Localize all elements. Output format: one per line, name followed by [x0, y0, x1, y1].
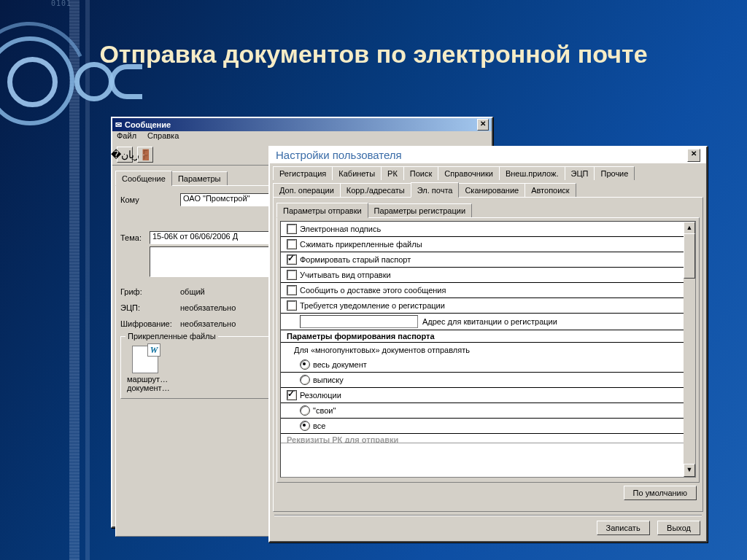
- checkbox-icon[interactable]: [287, 270, 297, 280]
- passport-section-sub: Для «многопунктовых» документов отправля…: [281, 343, 684, 357]
- settings-tab-5[interactable]: Внеш.прилож.: [499, 166, 565, 180]
- to-label: Кому: [120, 195, 180, 204]
- checkbox-icon[interactable]: [287, 300, 297, 311]
- option-address-row: Адрес для квитанции о регистрации: [281, 314, 684, 330]
- radio-icon[interactable]: [300, 375, 310, 385]
- settings-subtabs: Параметры отправкиПараметры регистрации: [274, 198, 703, 217]
- tab-message[interactable]: Сообщение: [115, 171, 172, 186]
- menubar[interactable]: Файл Справка: [112, 131, 492, 144]
- passport-section-header: Параметры формирования паспорта: [281, 330, 684, 343]
- default-button[interactable]: По умолчанию: [624, 486, 697, 500]
- scrollbar[interactable]: ▲ ▼: [684, 222, 695, 477]
- resolutions-radio-1[interactable]: все: [281, 419, 684, 434]
- option-check-0[interactable]: Электронная подпись: [281, 222, 684, 237]
- settings-tabs-row1: РегистрацияКабинетыРКПоискСправочникиВне…: [270, 163, 706, 180]
- message-title: Сообщение: [125, 118, 171, 131]
- radio-icon[interactable]: [300, 405, 310, 416]
- checkbox-icon[interactable]: [287, 285, 297, 295]
- settings-tab-3[interactable]: Поиск: [403, 166, 438, 180]
- scroll-down-icon[interactable]: ▼: [684, 464, 695, 477]
- settings-subtab-0[interactable]: Параметры отправки: [276, 203, 368, 218]
- settings-tab2-2[interactable]: Эл. почта: [411, 182, 460, 198]
- settings-tab2-4[interactable]: Автопоиск: [525, 183, 576, 197]
- checkbox-icon[interactable]: [287, 239, 297, 249]
- exit-button[interactable]: Выход: [657, 521, 700, 535]
- checkbox-icon[interactable]: [287, 390, 297, 400]
- message-titlebar[interactable]: ✉ Сообщение ✕: [112, 118, 492, 131]
- option-check-4[interactable]: Сообщить о доставке этого сообщения: [281, 283, 684, 298]
- option-check-3[interactable]: Учитывать вид отправки: [281, 268, 684, 283]
- settings-tab-4[interactable]: Справочники: [438, 166, 500, 180]
- settings-tab-1[interactable]: Кабинеты: [332, 166, 382, 180]
- word-doc-icon: [132, 346, 158, 373]
- scroll-thumb[interactable]: [684, 233, 695, 279]
- toolbar-send-icon[interactable]: �ریان: [117, 147, 133, 163]
- cutoff-section: Реквизиты РК для отправки: [281, 434, 684, 443]
- settings-titlebar[interactable]: Настройки пользователя ✕: [270, 147, 706, 163]
- save-button[interactable]: Записать: [597, 521, 650, 535]
- option-check-5[interactable]: Требуется уведомление о регистрации: [281, 298, 684, 314]
- option-check-2[interactable]: Формировать старый паспорт: [281, 252, 684, 268]
- slide-title: Отправка документов по электронной почте: [0, 40, 747, 69]
- send-radio-0[interactable]: весь документ: [281, 357, 684, 373]
- ecp-value: необязательно: [180, 303, 236, 312]
- grif-value: общий: [180, 287, 205, 296]
- tab-params[interactable]: Параметры: [171, 171, 228, 185]
- checkbox-icon[interactable]: [287, 224, 297, 234]
- close-icon[interactable]: ✕: [687, 149, 700, 162]
- resolutions-radio-0[interactable]: "свои": [281, 403, 684, 419]
- close-icon[interactable]: ✕: [477, 119, 489, 131]
- settings-tab-7[interactable]: Прочие: [594, 166, 635, 180]
- settings-title: Настройки пользователя: [276, 147, 402, 163]
- grif-label: Гриф:: [120, 287, 180, 296]
- settings-tabs-row2: Доп. операцииКорр./адресатыЭл. почтаСкан…: [270, 180, 706, 197]
- menu-help[interactable]: Справка: [147, 131, 179, 140]
- checkbox-icon[interactable]: [287, 254, 297, 265]
- radio-icon[interactable]: [300, 359, 310, 370]
- receipt-address-field[interactable]: [300, 315, 418, 328]
- radio-icon[interactable]: [300, 421, 310, 431]
- settings-window: Настройки пользователя ✕ РегистрацияКаби…: [268, 146, 708, 542]
- settings-tab2-3[interactable]: Сканирование: [458, 183, 525, 197]
- settings-tab-0[interactable]: Регистрация: [273, 166, 333, 180]
- settings-tab2-0[interactable]: Доп. операции: [273, 183, 341, 197]
- subject-label: Тема:: [120, 233, 150, 242]
- resolutions-check[interactable]: Резолюции: [281, 388, 684, 403]
- settings-subtab-1[interactable]: Параметры регистрации: [368, 203, 472, 217]
- enc-value: необязательно: [180, 319, 236, 328]
- settings-tab2-1[interactable]: Корр./адресаты: [340, 183, 411, 197]
- mail-icon: ✉: [115, 118, 122, 131]
- send-radio-1[interactable]: выписку: [281, 373, 684, 388]
- settings-tab-6[interactable]: ЭЦП: [565, 166, 595, 180]
- toolbar-exit-icon[interactable]: 🚪: [137, 147, 153, 163]
- attachment-item[interactable]: маршрут… документ…: [127, 346, 163, 392]
- attachments-legend: Прикрепленные файлы: [125, 332, 218, 341]
- menu-file[interactable]: Файл: [117, 131, 136, 140]
- option-check-1[interactable]: Сжимать прикрепленные файлы: [281, 237, 684, 252]
- ecp-label: ЭЦП:: [120, 303, 180, 312]
- enc-label: Шифрование:: [120, 319, 180, 328]
- settings-tab-2[interactable]: РК: [381, 166, 404, 180]
